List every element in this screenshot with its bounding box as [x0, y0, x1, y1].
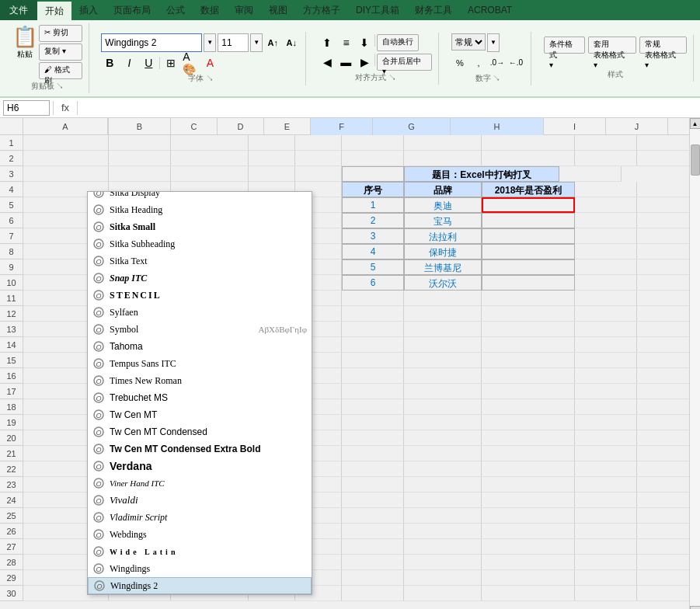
cell-g10[interactable]: 沃尔沃: [404, 275, 482, 291]
cell-i6[interactable]: [575, 213, 637, 228]
cell-h19[interactable]: [482, 415, 575, 430]
cell-d3[interactable]: [249, 166, 295, 182]
cell-i20[interactable]: [575, 430, 637, 446]
cell-f15[interactable]: [342, 353, 404, 368]
bold-button[interactable]: B: [101, 54, 118, 71]
scroll-down-button[interactable]: ▼: [690, 606, 701, 609]
paste-button[interactable]: 📋 粘贴: [12, 25, 37, 79]
cell-e2[interactable]: [295, 151, 342, 166]
cell-g28[interactable]: [404, 555, 482, 570]
cell-i23[interactable]: [575, 477, 637, 492]
cell-a2[interactable]: [23, 151, 109, 166]
cell-f24[interactable]: [342, 492, 404, 508]
font-item-19[interactable]: OTw Cen MT Condensed: [88, 423, 312, 440]
cell-i19[interactable]: [575, 415, 637, 430]
font-name-dropdown[interactable]: ▼: [204, 33, 216, 52]
tab-diy[interactable]: DIY工具箱: [348, 0, 407, 20]
align-bottom-button[interactable]: ⬇: [356, 34, 373, 51]
auto-wrap-button[interactable]: 自动换行: [377, 34, 419, 51]
cell-a3[interactable]: [23, 166, 109, 182]
cell-h28[interactable]: [482, 555, 575, 570]
align-left-button[interactable]: ◀: [319, 54, 336, 71]
cell-g24[interactable]: [404, 492, 482, 508]
cell-f22[interactable]: [342, 461, 404, 477]
cell-h9[interactable]: [482, 259, 575, 275]
align-right-button[interactable]: ▶: [356, 54, 373, 71]
font-item-28[interactable]: OWingdings 2: [88, 577, 312, 594]
cell-b3[interactable]: [109, 166, 171, 182]
cell-g14[interactable]: [404, 337, 482, 353]
cell-i11[interactable]: [575, 291, 637, 306]
cell-g6[interactable]: 宝马: [404, 213, 482, 228]
cell-h20[interactable]: [482, 430, 575, 446]
cell-g20[interactable]: [404, 430, 482, 446]
cell-f1[interactable]: [342, 135, 404, 151]
file-button[interactable]: 文件: [0, 0, 37, 20]
font-item-27[interactable]: OWingdings: [88, 560, 312, 577]
cell-i29[interactable]: [575, 570, 637, 586]
cell-h10[interactable]: [482, 275, 575, 291]
cell-g22[interactable]: [404, 461, 482, 477]
cell-g5[interactable]: 奥迪: [404, 197, 482, 213]
cell-f8[interactable]: 4: [342, 244, 404, 259]
cell-g12[interactable]: [404, 306, 482, 322]
cut-button[interactable]: ✂ 剪切: [39, 25, 82, 42]
tab-review[interactable]: 审阅: [227, 0, 261, 20]
cell-f7[interactable]: 3: [342, 228, 404, 244]
increase-decimal-button[interactable]: .0→: [489, 54, 506, 71]
font-item-13[interactable]: OSymbolΑβΧδΒφΓηΙφ: [88, 321, 312, 338]
font-item-25[interactable]: OWebdings: [88, 526, 312, 543]
font-item-18[interactable]: OTw Cen MT: [88, 406, 312, 423]
cell-d1[interactable]: [249, 135, 295, 151]
cell-i26[interactable]: [575, 524, 637, 539]
cell-f4[interactable]: 序号: [342, 182, 404, 197]
font-item-17[interactable]: OTrebuchet MS: [88, 389, 312, 406]
cell-h22[interactable]: [482, 461, 575, 477]
cell-g25[interactable]: [404, 508, 482, 524]
number-format-select[interactable]: 常规: [451, 33, 486, 50]
cell-h11[interactable]: [482, 291, 575, 306]
font-item-16[interactable]: OTimes New Roman: [88, 372, 312, 389]
cell-b1[interactable]: [109, 135, 171, 151]
font-item-26[interactable]: OWide Latin: [88, 543, 312, 560]
cell-i4[interactable]: [575, 182, 637, 197]
cell-f23[interactable]: [342, 477, 404, 492]
align-center-button[interactable]: ▬: [337, 54, 354, 71]
cell-h4[interactable]: 2018年是否盈利: [482, 182, 575, 197]
cell-i10[interactable]: [575, 275, 637, 291]
cell-h29[interactable]: [482, 570, 575, 586]
cell-h16[interactable]: [482, 368, 575, 384]
merge-center-button[interactable]: 合并后居中 ▾: [377, 54, 432, 71]
cell-g27[interactable]: [404, 539, 482, 555]
cell-g21[interactable]: [404, 446, 482, 461]
percent-button[interactable]: %: [451, 54, 468, 71]
format-painter-button[interactable]: 🖌 格式刷: [39, 62, 82, 79]
font-color-button[interactable]: A: [201, 54, 218, 71]
cell-f12[interactable]: [342, 306, 404, 322]
align-middle-button[interactable]: ≡: [337, 34, 354, 51]
font-item-15[interactable]: OTempus Sans ITC: [88, 355, 312, 372]
font-item-14[interactable]: OTahoma: [88, 338, 312, 355]
cell-style-button[interactable]: 常规表格格式 ▾: [639, 37, 687, 54]
conditional-format-button[interactable]: 条件格式▾: [544, 37, 586, 54]
formula-input[interactable]: [81, 100, 697, 116]
table-format-button[interactable]: 套用表格格式 ▾: [588, 37, 636, 54]
cell-f14[interactable]: [342, 337, 404, 353]
cell-h6[interactable]: [482, 213, 575, 228]
cell-f19[interactable]: [342, 415, 404, 430]
font-size-dropdown[interactable]: ▼: [250, 33, 263, 52]
cell-g2[interactable]: [404, 151, 482, 166]
font-item-11[interactable]: OSTENCIL: [88, 287, 312, 304]
cell-c2[interactable]: [171, 151, 249, 166]
border-button[interactable]: ⊞: [162, 54, 179, 71]
cell-h5[interactable]: [482, 197, 575, 213]
scroll-thumb[interactable]: [691, 144, 700, 176]
align-top-button[interactable]: ⬆: [319, 34, 336, 51]
cell-h18[interactable]: [482, 399, 575, 415]
cell-g17[interactable]: [404, 384, 482, 399]
cell-f11[interactable]: [342, 291, 404, 306]
cell-i1[interactable]: [575, 135, 637, 151]
cell-f27[interactable]: [342, 539, 404, 555]
font-dropdown[interactable]: OSegoe UI SemiboldOSegoe UI SemilightOSe…: [87, 191, 312, 595]
cell-g26[interactable]: [404, 524, 482, 539]
